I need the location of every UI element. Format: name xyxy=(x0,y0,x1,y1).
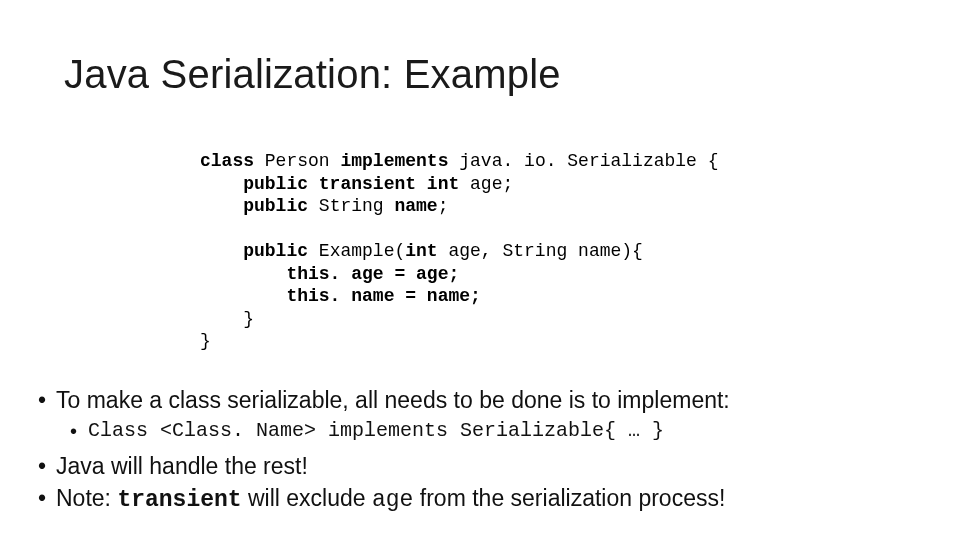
code-block: class Person implements java. io. Serial… xyxy=(200,150,719,353)
bullet-3-mid: will exclude xyxy=(242,485,372,511)
code-text: age, String name){ xyxy=(438,241,643,261)
code-kw-int: int xyxy=(405,241,437,261)
code-text: Person xyxy=(254,151,340,171)
code-line: this. name = name; xyxy=(200,286,481,306)
code-kw-public: public xyxy=(200,196,308,216)
code-text: Example( xyxy=(308,241,405,261)
code-text: java. io. Serializable { xyxy=(448,151,718,171)
code-kw-class: class xyxy=(200,151,254,171)
bullet-item-1-sub: Class <Class. Name> implements Serializa… xyxy=(70,418,930,444)
code-kw-public-transient-int: public transient int xyxy=(200,174,459,194)
code-line: } xyxy=(200,309,254,329)
bullet-item-2: Java will handle the rest! xyxy=(38,452,930,482)
slide-title: Java Serialization: Example xyxy=(64,52,561,97)
slide: Java Serialization: Example class Person… xyxy=(0,0,960,540)
code-text: age; xyxy=(459,174,513,194)
code-line: this. age = age; xyxy=(200,264,459,284)
bullet-item-1: To make a class serializable, all needs … xyxy=(38,386,930,416)
code-field-name: name xyxy=(394,196,437,216)
code-text: ; xyxy=(438,196,449,216)
code-text: String xyxy=(308,196,394,216)
bullet-3-pre: Note: xyxy=(56,485,117,511)
code-line: } xyxy=(200,331,211,351)
bullet-item-3: Note: transient will exclude age from th… xyxy=(38,484,930,516)
code-kw-implements: implements xyxy=(340,151,448,171)
bullet-3-code: age xyxy=(372,487,413,513)
code-kw-public: public xyxy=(200,241,308,261)
bullet-list: To make a class serializable, all needs … xyxy=(38,386,930,518)
bullet-3-keyword: transient xyxy=(117,487,241,513)
bullet-3-post: from the serialization process! xyxy=(413,485,725,511)
